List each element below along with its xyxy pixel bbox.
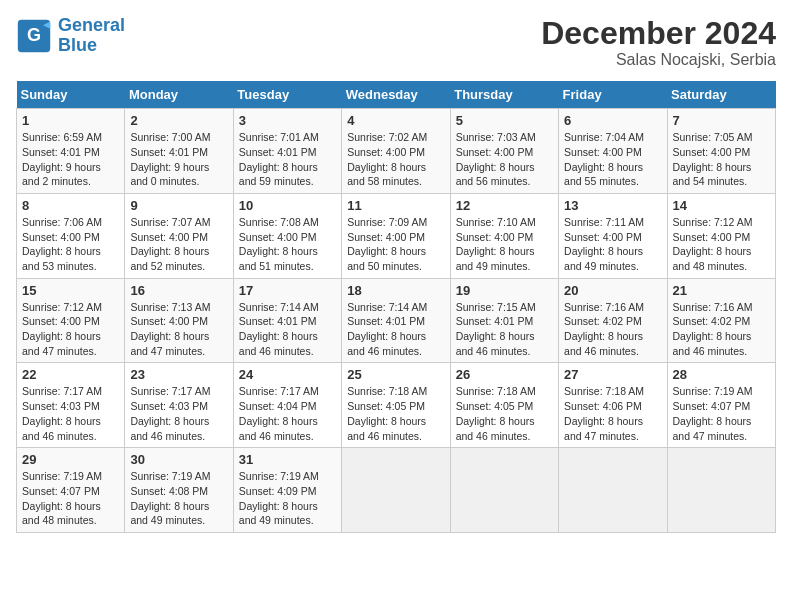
logo-icon: G	[16, 18, 52, 54]
calendar-cell: 27Sunrise: 7:18 AMSunset: 4:06 PMDayligh…	[559, 363, 667, 448]
day-number: 25	[347, 367, 444, 382]
day-detail: Sunrise: 7:05 AMSunset: 4:00 PMDaylight:…	[673, 130, 770, 189]
day-number: 9	[130, 198, 227, 213]
day-detail: Sunrise: 7:18 AMSunset: 4:06 PMDaylight:…	[564, 384, 661, 443]
day-number: 27	[564, 367, 661, 382]
day-detail: Sunrise: 6:59 AMSunset: 4:01 PMDaylight:…	[22, 130, 119, 189]
day-detail: Sunrise: 7:12 AMSunset: 4:00 PMDaylight:…	[673, 215, 770, 274]
day-number: 6	[564, 113, 661, 128]
calendar-body: 1Sunrise: 6:59 AMSunset: 4:01 PMDaylight…	[17, 109, 776, 533]
day-detail: Sunrise: 7:09 AMSunset: 4:00 PMDaylight:…	[347, 215, 444, 274]
day-number: 23	[130, 367, 227, 382]
calendar-cell: 17Sunrise: 7:14 AMSunset: 4:01 PMDayligh…	[233, 278, 341, 363]
day-detail: Sunrise: 7:14 AMSunset: 4:01 PMDaylight:…	[239, 300, 336, 359]
day-number: 17	[239, 283, 336, 298]
calendar-cell: 7Sunrise: 7:05 AMSunset: 4:00 PMDaylight…	[667, 109, 775, 194]
col-thursday: Thursday	[450, 81, 558, 109]
day-number: 5	[456, 113, 553, 128]
svg-text:G: G	[27, 25, 41, 45]
day-detail: Sunrise: 7:06 AMSunset: 4:00 PMDaylight:…	[22, 215, 119, 274]
calendar-cell: 19Sunrise: 7:15 AMSunset: 4:01 PMDayligh…	[450, 278, 558, 363]
day-detail: Sunrise: 7:17 AMSunset: 4:03 PMDaylight:…	[22, 384, 119, 443]
calendar-week-1: 1Sunrise: 6:59 AMSunset: 4:01 PMDaylight…	[17, 109, 776, 194]
calendar-header: G General Blue December 2024 Salas Nocaj…	[16, 16, 776, 69]
day-number: 14	[673, 198, 770, 213]
calendar-week-2: 8Sunrise: 7:06 AMSunset: 4:00 PMDaylight…	[17, 193, 776, 278]
col-saturday: Saturday	[667, 81, 775, 109]
col-friday: Friday	[559, 81, 667, 109]
day-detail: Sunrise: 7:07 AMSunset: 4:00 PMDaylight:…	[130, 215, 227, 274]
calendar-week-4: 22Sunrise: 7:17 AMSunset: 4:03 PMDayligh…	[17, 363, 776, 448]
calendar-cell: 16Sunrise: 7:13 AMSunset: 4:00 PMDayligh…	[125, 278, 233, 363]
calendar-cell: 12Sunrise: 7:10 AMSunset: 4:00 PMDayligh…	[450, 193, 558, 278]
day-detail: Sunrise: 7:19 AMSunset: 4:09 PMDaylight:…	[239, 469, 336, 528]
day-detail: Sunrise: 7:18 AMSunset: 4:05 PMDaylight:…	[347, 384, 444, 443]
day-number: 3	[239, 113, 336, 128]
day-detail: Sunrise: 7:19 AMSunset: 4:08 PMDaylight:…	[130, 469, 227, 528]
day-number: 22	[22, 367, 119, 382]
day-number: 19	[456, 283, 553, 298]
calendar-cell: 21Sunrise: 7:16 AMSunset: 4:02 PMDayligh…	[667, 278, 775, 363]
day-number: 30	[130, 452, 227, 467]
day-number: 20	[564, 283, 661, 298]
calendar-cell: 31Sunrise: 7:19 AMSunset: 4:09 PMDayligh…	[233, 448, 341, 533]
day-detail: Sunrise: 7:16 AMSunset: 4:02 PMDaylight:…	[564, 300, 661, 359]
calendar-cell: 26Sunrise: 7:18 AMSunset: 4:05 PMDayligh…	[450, 363, 558, 448]
day-detail: Sunrise: 7:00 AMSunset: 4:01 PMDaylight:…	[130, 130, 227, 189]
day-detail: Sunrise: 7:08 AMSunset: 4:00 PMDaylight:…	[239, 215, 336, 274]
calendar-cell	[667, 448, 775, 533]
day-number: 13	[564, 198, 661, 213]
day-number: 16	[130, 283, 227, 298]
calendar-cell: 6Sunrise: 7:04 AMSunset: 4:00 PMDaylight…	[559, 109, 667, 194]
logo-text: General Blue	[58, 16, 125, 56]
day-number: 12	[456, 198, 553, 213]
calendar-cell: 15Sunrise: 7:12 AMSunset: 4:00 PMDayligh…	[17, 278, 125, 363]
day-number: 31	[239, 452, 336, 467]
day-number: 10	[239, 198, 336, 213]
calendar-cell: 23Sunrise: 7:17 AMSunset: 4:03 PMDayligh…	[125, 363, 233, 448]
day-detail: Sunrise: 7:12 AMSunset: 4:00 PMDaylight:…	[22, 300, 119, 359]
day-detail: Sunrise: 7:11 AMSunset: 4:00 PMDaylight:…	[564, 215, 661, 274]
day-detail: Sunrise: 7:10 AMSunset: 4:00 PMDaylight:…	[456, 215, 553, 274]
day-detail: Sunrise: 7:17 AMSunset: 4:03 PMDaylight:…	[130, 384, 227, 443]
calendar-cell: 22Sunrise: 7:17 AMSunset: 4:03 PMDayligh…	[17, 363, 125, 448]
calendar-cell: 20Sunrise: 7:16 AMSunset: 4:02 PMDayligh…	[559, 278, 667, 363]
day-number: 4	[347, 113, 444, 128]
col-tuesday: Tuesday	[233, 81, 341, 109]
day-number: 2	[130, 113, 227, 128]
calendar-cell	[450, 448, 558, 533]
calendar-cell	[342, 448, 450, 533]
calendar-table: Sunday Monday Tuesday Wednesday Thursday…	[16, 81, 776, 533]
day-detail: Sunrise: 7:19 AMSunset: 4:07 PMDaylight:…	[673, 384, 770, 443]
day-detail: Sunrise: 7:17 AMSunset: 4:04 PMDaylight:…	[239, 384, 336, 443]
calendar-cell: 2Sunrise: 7:00 AMSunset: 4:01 PMDaylight…	[125, 109, 233, 194]
day-detail: Sunrise: 7:04 AMSunset: 4:00 PMDaylight:…	[564, 130, 661, 189]
calendar-cell: 18Sunrise: 7:14 AMSunset: 4:01 PMDayligh…	[342, 278, 450, 363]
day-number: 26	[456, 367, 553, 382]
day-detail: Sunrise: 7:18 AMSunset: 4:05 PMDaylight:…	[456, 384, 553, 443]
calendar-cell: 28Sunrise: 7:19 AMSunset: 4:07 PMDayligh…	[667, 363, 775, 448]
calendar-subtitle: Salas Nocajski, Serbia	[541, 51, 776, 69]
day-detail: Sunrise: 7:19 AMSunset: 4:07 PMDaylight:…	[22, 469, 119, 528]
col-sunday: Sunday	[17, 81, 125, 109]
calendar-cell: 14Sunrise: 7:12 AMSunset: 4:00 PMDayligh…	[667, 193, 775, 278]
col-wednesday: Wednesday	[342, 81, 450, 109]
day-detail: Sunrise: 7:16 AMSunset: 4:02 PMDaylight:…	[673, 300, 770, 359]
day-number: 28	[673, 367, 770, 382]
day-detail: Sunrise: 7:14 AMSunset: 4:01 PMDaylight:…	[347, 300, 444, 359]
calendar-week-5: 29Sunrise: 7:19 AMSunset: 4:07 PMDayligh…	[17, 448, 776, 533]
calendar-cell: 1Sunrise: 6:59 AMSunset: 4:01 PMDaylight…	[17, 109, 125, 194]
calendar-cell: 8Sunrise: 7:06 AMSunset: 4:00 PMDaylight…	[17, 193, 125, 278]
day-number: 24	[239, 367, 336, 382]
col-monday: Monday	[125, 81, 233, 109]
day-detail: Sunrise: 7:03 AMSunset: 4:00 PMDaylight:…	[456, 130, 553, 189]
calendar-cell: 11Sunrise: 7:09 AMSunset: 4:00 PMDayligh…	[342, 193, 450, 278]
calendar-cell: 3Sunrise: 7:01 AMSunset: 4:01 PMDaylight…	[233, 109, 341, 194]
day-number: 11	[347, 198, 444, 213]
calendar-cell: 24Sunrise: 7:17 AMSunset: 4:04 PMDayligh…	[233, 363, 341, 448]
day-number: 29	[22, 452, 119, 467]
day-number: 7	[673, 113, 770, 128]
calendar-title: December 2024	[541, 16, 776, 51]
calendar-cell: 9Sunrise: 7:07 AMSunset: 4:00 PMDaylight…	[125, 193, 233, 278]
calendar-cell	[559, 448, 667, 533]
